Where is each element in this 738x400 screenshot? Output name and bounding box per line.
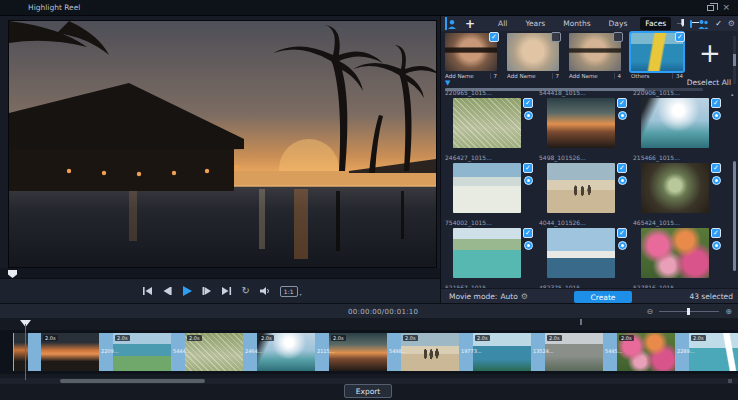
- scrollbar-end-button[interactable]: [728, 379, 732, 383]
- faces-view-icon[interactable]: [698, 17, 709, 31]
- movie-mode-value[interactable]: Auto: [500, 292, 517, 301]
- media-checkbox-checked[interactable]: ✓: [523, 228, 533, 238]
- media-checkbox-checked[interactable]: ✓: [523, 163, 533, 173]
- movie-mode-gear-icon[interactable]: ⚙: [521, 292, 528, 301]
- media-checkbox-checked[interactable]: ✓: [617, 163, 627, 173]
- apply-check-icon[interactable]: ✓: [715, 19, 722, 29]
- scroll-up-icon[interactable]: ▴: [731, 91, 734, 97]
- add-face-button[interactable]: +: [693, 33, 727, 73]
- timeline-gap[interactable]: 2209...: [99, 333, 113, 371]
- gap-filename: 19773...: [461, 348, 482, 354]
- tab-all[interactable]: All: [493, 17, 512, 30]
- face-checkbox-unchecked[interactable]: [613, 32, 623, 42]
- media-checkbox-checked[interactable]: ✓: [617, 98, 627, 108]
- media-thumbnail[interactable]: [453, 163, 521, 213]
- thumbnail-view-icon[interactable]: [690, 20, 692, 28]
- timeline-gap[interactable]: 5445...: [603, 333, 617, 371]
- loop-playback-icon[interactable]: ↻: [241, 284, 249, 298]
- clip-duration-badge: 2.0s: [187, 335, 202, 341]
- timeline-clip[interactable]: 2.0s: [689, 333, 738, 371]
- media-cell[interactable]: 215466_1015... ✓: [631, 154, 725, 219]
- restore-icon[interactable]: [707, 5, 714, 11]
- timeline-gap[interactable]: 13524...: [531, 333, 545, 371]
- media-thumbnail[interactable]: [453, 228, 521, 278]
- selected-count: 43 selected: [689, 292, 738, 301]
- seek-marker[interactable]: [8, 270, 17, 278]
- media-checkbox-checked[interactable]: ✓: [617, 228, 627, 238]
- tab-faces[interactable]: Faces: [640, 17, 671, 30]
- timeline-clip[interactable]: 2.0s: [617, 333, 675, 371]
- media-thumbnail[interactable]: [641, 163, 709, 213]
- timeline-clip[interactable]: 2.0s: [41, 333, 99, 371]
- timeline-clip[interactable]: 2.0s: [257, 333, 315, 371]
- splitter-handle[interactable]: [580, 319, 582, 325]
- timeline-gap[interactable]: 5498...: [387, 333, 401, 371]
- clip-duration-badge: 2.0s: [259, 335, 274, 341]
- media-thumbnail[interactable]: [547, 163, 615, 213]
- movie-mode-selector[interactable]: Movie mode: Auto ⚙: [441, 292, 528, 301]
- media-checkbox-checked[interactable]: ✓: [711, 163, 721, 173]
- media-thumbnail[interactable]: [641, 98, 709, 148]
- timeline-gap[interactable]: 2464...: [243, 333, 257, 371]
- clip-duration-badge: 2.0s: [619, 335, 634, 341]
- slider-thumb[interactable]: [681, 19, 684, 27]
- jump-end-button[interactable]: [221, 284, 232, 298]
- add-media-button[interactable]: +: [463, 18, 477, 30]
- media-cell[interactable]: 220965_1015... ✓: [443, 89, 537, 154]
- timeline-section: 2.0s 2209... 2.0s 5444... 2.0s 2464... 2…: [0, 318, 738, 400]
- media-cell[interactable]: 5498_101526... ✓: [537, 154, 631, 219]
- face-checkbox-unchecked[interactable]: [551, 32, 561, 42]
- timeline-gap[interactable]: 2289...: [675, 333, 689, 371]
- media-thumbnail[interactable]: [547, 98, 615, 148]
- face-checkbox-checked[interactable]: ✓: [489, 32, 499, 42]
- media-cell[interactable]: 754002_1015... ✓: [443, 219, 537, 284]
- tab-months[interactable]: Months: [558, 17, 595, 30]
- thumbnail-size-slider[interactable]: [677, 23, 684, 24]
- face-checkbox-checked[interactable]: ✓: [675, 32, 685, 42]
- timeline-clip[interactable]: 2.0s: [329, 333, 387, 371]
- media-thumbnail[interactable]: [641, 228, 709, 278]
- play-button[interactable]: [181, 284, 193, 298]
- scrollbar-thumb[interactable]: [60, 379, 205, 383]
- media-cell[interactable]: 465424_1015... ✓: [631, 219, 725, 284]
- grid-vertical-scrollbar[interactable]: ▴: [733, 91, 736, 286]
- tab-years[interactable]: Years: [520, 17, 550, 30]
- timeline-gap[interactable]: 5444...: [171, 333, 185, 371]
- person-filter-icon[interactable]: [445, 17, 457, 30]
- timeline-clip[interactable]: 2.0s: [185, 333, 243, 371]
- zoom-slider-thumb[interactable]: [687, 308, 690, 315]
- video-preview[interactable]: [8, 20, 437, 268]
- volume-icon[interactable]: [259, 284, 271, 298]
- collapse-faces-icon[interactable]: ▼: [445, 79, 450, 87]
- timeline-clip[interactable]: 2.0s: [113, 333, 171, 371]
- media-cell[interactable]: 246427_1015... ✓: [443, 154, 537, 219]
- zoom-out-icon[interactable]: ⊖: [647, 307, 654, 316]
- jump-start-button[interactable]: [142, 284, 153, 298]
- tab-days[interactable]: Days: [604, 17, 633, 30]
- previous-frame-button[interactable]: [162, 284, 172, 298]
- timeline-track[interactable]: 2.0s 2209... 2.0s 5444... 2.0s 2464... 2…: [0, 330, 738, 374]
- zoom-in-icon[interactable]: ⊕: [725, 307, 732, 316]
- media-cell[interactable]: 544418_1015... ✓: [537, 89, 631, 154]
- export-button[interactable]: Export: [344, 384, 392, 398]
- create-button[interactable]: Create: [574, 291, 632, 303]
- media-filename: 544418_1015...: [537, 89, 631, 98]
- media-checkbox-checked[interactable]: ✓: [711, 98, 721, 108]
- next-frame-button[interactable]: [202, 284, 212, 298]
- timeline-zoom-slider[interactable]: [659, 311, 719, 312]
- library-tabs: All Years Months Days Faces: [493, 17, 671, 30]
- deselect-all-button[interactable]: Deselect All: [687, 78, 735, 87]
- media-thumbnail[interactable]: [547, 228, 615, 278]
- close-icon[interactable]: ×: [722, 3, 730, 12]
- media-cell[interactable]: 220906_1015... ✓: [631, 89, 725, 154]
- timeline-gap[interactable]: 2115...: [315, 333, 329, 371]
- timeline-gap[interactable]: 19773...: [459, 333, 473, 371]
- media-thumbnail[interactable]: [453, 98, 521, 148]
- preview-seekbar[interactable]: [0, 268, 440, 279]
- timeline-clip[interactable]: 2.0s: [401, 333, 459, 371]
- playback-quality-selector[interactable]: 1:1 ▾: [280, 286, 298, 297]
- media-cell[interactable]: 4044_101526... ✓: [537, 219, 631, 284]
- settings-gear-icon[interactable]: ⚙: [728, 19, 735, 29]
- media-checkbox-checked[interactable]: ✓: [711, 228, 721, 238]
- media-checkbox-checked[interactable]: ✓: [523, 98, 533, 108]
